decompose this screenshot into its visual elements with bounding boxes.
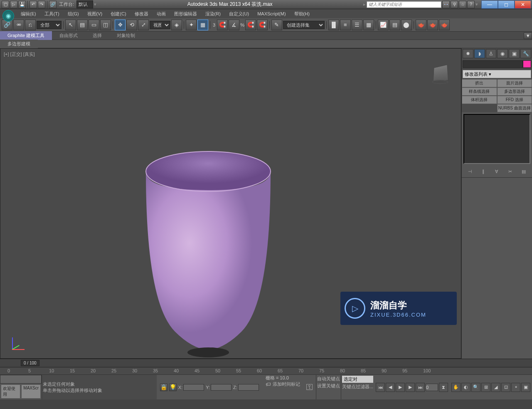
fov-icon[interactable]: ◢ — [491, 383, 500, 392]
menu-create[interactable]: 创建(C) — [106, 10, 130, 18]
lock-icon[interactable]: 🔒 — [160, 384, 167, 391]
time-config-icon[interactable]: ⧗ — [439, 383, 448, 392]
modifier-list[interactable]: 修改器列表 ▾ — [463, 70, 531, 78]
goto-start-icon[interactable]: ⏮ — [376, 383, 385, 392]
btn-facesel[interactable]: 面片选择 — [497, 79, 532, 87]
play-icon[interactable]: ▶ — [396, 383, 405, 392]
btn-nurbs[interactable]: NURBS 曲面选择 — [497, 104, 532, 112]
timeline-ruler[interactable]: 0 5 10 15 20 25 30 35 40 45 50 55 60 65 … — [0, 367, 532, 374]
modifier-stack[interactable] — [463, 114, 530, 164]
layer-mgr-icon[interactable]: ▦ — [363, 20, 374, 30]
new-icon[interactable]: ▢ — [2, 1, 9, 8]
render-frame-icon[interactable]: 🫖 — [427, 20, 438, 30]
app-menu-icon[interactable]: ◉ — [2, 10, 14, 22]
star-icon[interactable]: ☆ — [459, 1, 466, 8]
prev-frame-icon[interactable]: ◀ — [386, 383, 395, 392]
tab-motion-icon[interactable]: ◉ — [497, 49, 508, 58]
menu-modifiers[interactable]: 修改器 — [131, 10, 153, 18]
coord-z[interactable] — [238, 384, 259, 391]
comm-icon[interactable]: ⚲ — [451, 1, 458, 8]
maxscript-button[interactable]: MAXScr — [21, 384, 41, 399]
close-button[interactable]: ✕ — [515, 0, 531, 9]
btn-volsel[interactable]: 体积选择 — [462, 96, 497, 104]
maximize-vp-icon[interactable]: ▣ — [521, 383, 530, 392]
pin-stack-icon[interactable]: ⊣ — [466, 167, 474, 176]
goto-end-icon[interactable]: ⏭ — [416, 383, 425, 392]
save-icon[interactable]: 💾 — [18, 1, 26, 8]
tab-hierarchy-icon[interactable]: ♙ — [486, 49, 497, 58]
select-icon[interactable]: ↖ — [65, 20, 76, 30]
curve-editor-icon[interactable]: 📈 — [378, 20, 389, 30]
named-selset[interactable]: 创建选择集 — [283, 21, 325, 29]
angle-snap-icon[interactable]: ∡ — [229, 20, 239, 30]
menu-customize[interactable]: 自定义(U) — [225, 10, 253, 18]
ribbon-tab-objectpaint[interactable]: 对象绘制 — [109, 31, 143, 40]
object-color[interactable] — [523, 60, 531, 68]
undo-icon[interactable]: ↶ — [30, 1, 37, 8]
configure-icon[interactable]: ▤ — [520, 167, 528, 176]
menu-tools[interactable]: 工具(T) — [40, 10, 64, 18]
object-name-input[interactable] — [463, 60, 523, 68]
orbit-icon[interactable]: ⚬ — [511, 383, 520, 392]
remove-mod-icon[interactable]: ✂ — [506, 167, 515, 176]
menu-animation[interactable]: 动画 — [153, 10, 170, 18]
tab-display-icon[interactable]: ▣ — [509, 49, 520, 58]
move-tool-icon[interactable]: ✥ — [115, 20, 126, 30]
select-window-icon[interactable]: ◫ — [100, 20, 111, 30]
manip-icon[interactable]: ✦ — [186, 20, 197, 30]
rotate-tool-icon[interactable]: ⟲ — [126, 20, 137, 30]
menu-views[interactable]: 视图(V) — [83, 10, 107, 18]
menu-edit[interactable]: 编辑(E) — [17, 10, 40, 18]
search-icon[interactable]: 👓 — [442, 1, 450, 8]
key-icon[interactable]: ⚿ — [303, 375, 316, 399]
selected-dd[interactable]: 选定对 — [342, 376, 373, 383]
mini-listener[interactable] — [0, 375, 42, 384]
zoom-ext-icon[interactable]: ⊡ — [501, 383, 510, 392]
menu-graph[interactable]: 图形编辑器 — [170, 10, 201, 18]
layers-icon[interactable]: ☰ — [352, 20, 362, 30]
viewport[interactable]: [+] [正交] [真实] — [0, 48, 461, 359]
named-sel-icon[interactable]: ✎ — [271, 20, 282, 30]
walk-icon[interactable]: ◐ — [461, 383, 470, 392]
refcoord-dropdown[interactable]: 视图 — [150, 21, 170, 29]
percent-snap-icon[interactable]: 🧲 — [245, 20, 256, 30]
ribbon-tab-selection[interactable]: 选择 — [85, 31, 109, 40]
spinner-snap-icon[interactable]: 🧲 — [257, 20, 268, 30]
btn-splinesel[interactable]: 样条线选择 — [462, 87, 497, 96]
select-rect-icon[interactable]: ▭ — [89, 20, 99, 30]
pan-icon[interactable]: ✋ — [451, 383, 461, 392]
welcome-button[interactable]: 欢迎使用 — [1, 384, 20, 399]
open-icon[interactable]: ▷ — [10, 1, 17, 8]
mirror-icon[interactable]: ▐▌ — [328, 20, 339, 30]
autokey-button[interactable]: 自动关键点 — [317, 376, 340, 382]
menu-help[interactable]: 帮助(H) — [290, 10, 314, 18]
btn-extrude[interactable]: 挤出 — [462, 79, 497, 87]
viewport-model[interactable] — [142, 128, 291, 361]
align-icon[interactable]: ≡ — [340, 20, 351, 30]
tab-utilities-icon[interactable]: 🔧 — [520, 49, 531, 58]
btn-polysel[interactable]: 多边形选择 — [497, 87, 532, 96]
help-icon[interactable]: ? — [467, 1, 475, 8]
menu-rendering[interactable]: 渲染(R) — [201, 10, 225, 18]
unlink-tool-icon[interactable]: ⚮ — [13, 20, 24, 30]
zoom-all-icon[interactable]: ⊞ — [481, 383, 490, 392]
btn-ffdsel[interactable]: FFD 选择 — [497, 96, 532, 104]
viewport-label[interactable]: [+] [正交] [真实] — [4, 51, 35, 57]
coord-x[interactable] — [183, 384, 204, 391]
select-name-icon[interactable]: ▤ — [77, 20, 88, 30]
tag-icon[interactable]: 🏷 — [266, 381, 271, 387]
iso-icon[interactable]: 💡 — [169, 384, 177, 391]
ribbon-tab-freeform[interactable]: 自由形式 — [52, 31, 85, 40]
snap-icon[interactable]: 🧲 — [217, 20, 228, 30]
keyfilter-button[interactable]: 关键点过滤器... — [342, 384, 373, 390]
selection-filter[interactable]: 全部 — [37, 21, 62, 29]
current-frame[interactable] — [426, 384, 438, 391]
pivot-icon[interactable]: ◈ — [171, 20, 182, 30]
minimize-button[interactable]: — — [481, 0, 498, 9]
menu-group[interactable]: 组(G) — [64, 10, 83, 18]
maximize-button[interactable]: ◻ — [498, 0, 515, 9]
menu-maxscript[interactable]: MAXScript(M) — [253, 10, 290, 17]
scale-tool-icon[interactable]: ⤢ — [138, 20, 149, 30]
ribbon-poly[interactable]: 多边形建模 — [0, 40, 38, 48]
search-input[interactable] — [367, 1, 441, 8]
